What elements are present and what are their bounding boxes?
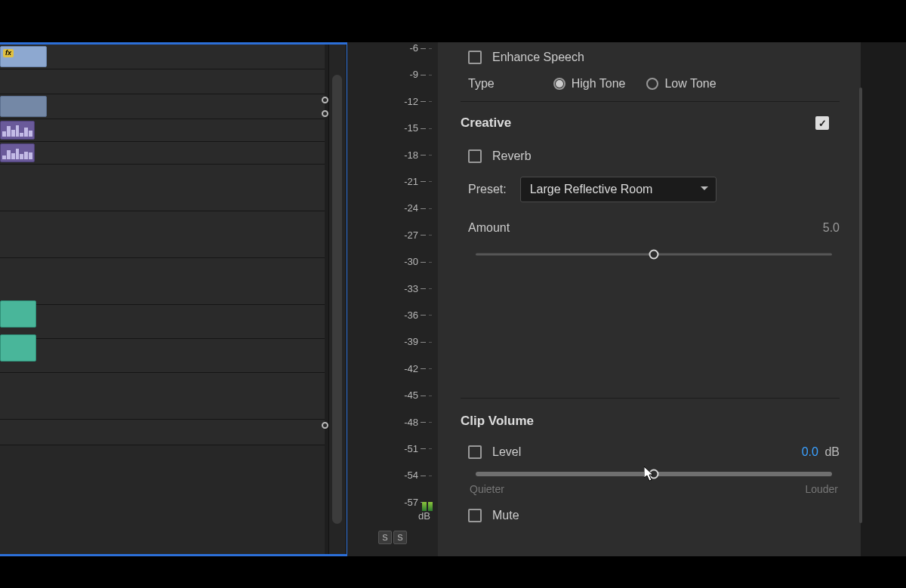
meter-tick: -39 bbox=[390, 336, 418, 347]
meter-tick: -36 bbox=[390, 309, 418, 321]
amount-slider[interactable] bbox=[468, 239, 840, 269]
clip-volume-title: Clip Volume bbox=[461, 398, 840, 429]
mute-checkbox[interactable] bbox=[468, 509, 482, 522]
level-slider[interactable] bbox=[468, 463, 840, 485]
enhance-speech-label: Enhance Speech bbox=[492, 51, 584, 64]
louder-label: Louder bbox=[805, 483, 838, 495]
enhance-speech-checkbox[interactable] bbox=[468, 51, 482, 64]
meter-tick: -24 bbox=[390, 202, 418, 214]
meter-tick: -42 bbox=[390, 363, 418, 374]
level-value[interactable]: 0.0 bbox=[802, 445, 818, 458]
meter-tick: -48 bbox=[390, 417, 418, 428]
creative-section-title: Creative bbox=[461, 115, 511, 131]
meter-tick: -15 bbox=[390, 122, 418, 134]
timeline-tracks[interactable]: fx bbox=[0, 45, 325, 554]
meter-tick: -21 bbox=[390, 176, 418, 187]
meter-tick: -33 bbox=[390, 283, 418, 294]
meter-unit-label: dB bbox=[418, 510, 430, 522]
meter-tick: -9 bbox=[390, 69, 418, 80]
meter-tick: -54 bbox=[390, 469, 418, 481]
level-checkbox[interactable] bbox=[468, 445, 482, 459]
meter-tick: -45 bbox=[390, 389, 418, 401]
meter-tick: -12 bbox=[390, 96, 418, 107]
level-label: Level bbox=[492, 445, 521, 459]
amount-value: 5.0 bbox=[823, 221, 840, 235]
high-tone-radio[interactable] bbox=[553, 78, 565, 90]
audio-clip[interactable] bbox=[0, 143, 35, 162]
quieter-label: Quieter bbox=[470, 483, 504, 495]
slider-thumb[interactable] bbox=[649, 469, 659, 479]
vertical-scrollbar[interactable] bbox=[328, 45, 345, 554]
meter-tick: -6 bbox=[390, 42, 418, 54]
video-clip[interactable] bbox=[0, 96, 47, 117]
solo-left-button[interactable]: S bbox=[378, 531, 392, 544]
meter-tick: -27 bbox=[390, 229, 418, 241]
fx-badge-icon: fx bbox=[3, 49, 14, 57]
low-tone-label: Low Tone bbox=[664, 77, 716, 91]
low-tone-radio[interactable] bbox=[646, 78, 658, 90]
amount-label: Amount bbox=[468, 221, 510, 235]
high-tone-label: High Tone bbox=[572, 77, 626, 91]
essential-sound-panel: Enhance Speech Type High Tone Low Tone C… bbox=[438, 42, 861, 556]
meter-tick: -57 bbox=[390, 497, 418, 508]
keyframe-icon[interactable] bbox=[322, 422, 328, 429]
meter-scale: -6 -9 -12 -15 -18 -21 -24 -27 -30 -33 -3… bbox=[390, 42, 418, 511]
preset-label: Preset: bbox=[468, 183, 507, 196]
meter-tick: -51 bbox=[390, 443, 418, 454]
creative-enable-checkbox[interactable] bbox=[815, 116, 829, 130]
reverb-label: Reverb bbox=[492, 149, 532, 163]
preset-value: Large Reflective Room bbox=[530, 183, 653, 196]
audio-clip[interactable] bbox=[0, 121, 35, 140]
audio-meter-panel: -6 -9 -12 -15 -18 -21 -24 -27 -30 -33 -3… bbox=[347, 42, 438, 556]
audio-clip[interactable] bbox=[0, 334, 36, 362]
type-label: Type bbox=[468, 77, 495, 91]
slider-thumb[interactable] bbox=[649, 250, 659, 260]
level-unit: dB bbox=[824, 445, 840, 458]
keyframe-icon[interactable] bbox=[322, 97, 328, 103]
scrollbar-thumb[interactable] bbox=[332, 75, 342, 524]
reverb-checkbox[interactable] bbox=[468, 149, 482, 163]
preset-dropdown[interactable]: Large Reflective Room bbox=[520, 177, 716, 202]
keyframe-icon[interactable] bbox=[322, 110, 328, 117]
panel-scrollbar[interactable] bbox=[859, 88, 862, 523]
meter-tick: -30 bbox=[390, 256, 418, 267]
meter-tick: -18 bbox=[390, 149, 418, 161]
audio-clip[interactable] bbox=[0, 300, 36, 328]
mute-label: Mute bbox=[492, 509, 519, 522]
timeline-panel[interactable]: fx bbox=[0, 42, 347, 556]
solo-right-button[interactable]: S bbox=[393, 531, 407, 544]
video-clip[interactable]: fx bbox=[0, 46, 47, 67]
